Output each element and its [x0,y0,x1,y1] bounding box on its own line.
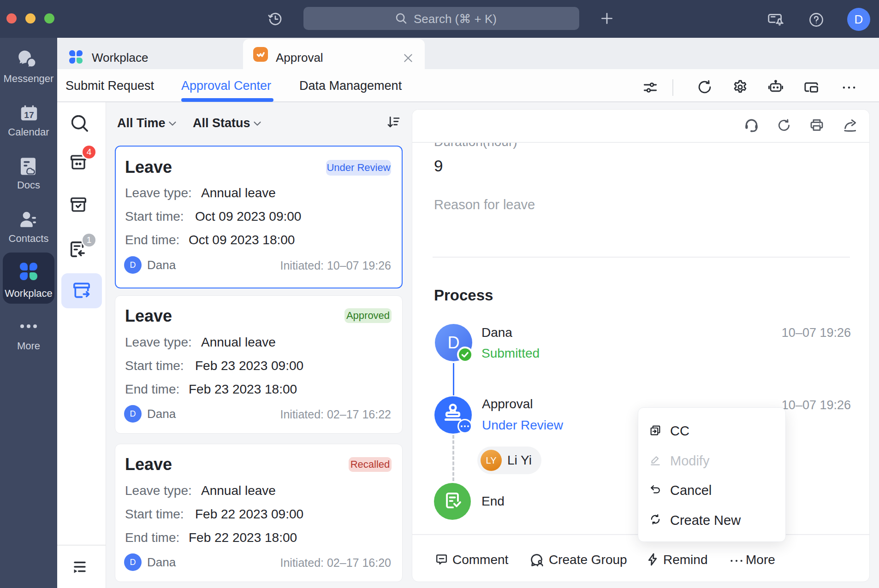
svg-text:17: 17 [24,110,34,120]
